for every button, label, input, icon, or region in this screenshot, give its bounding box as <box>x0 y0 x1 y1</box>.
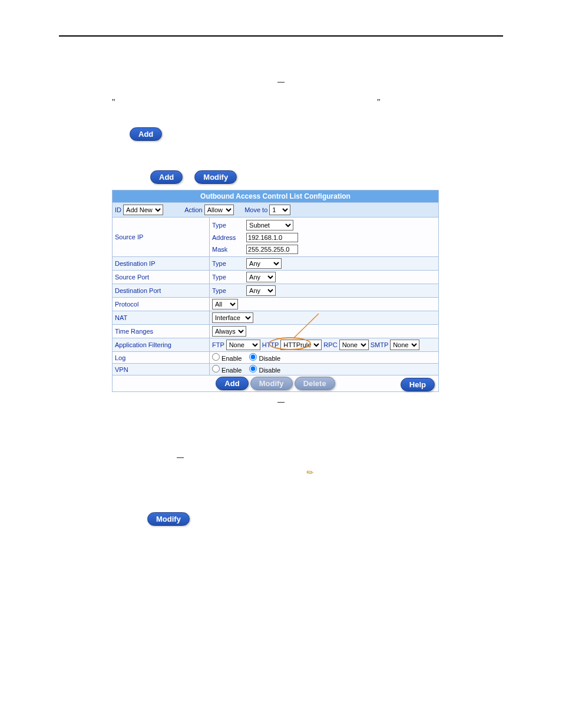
quote-right: " <box>377 98 381 107</box>
id-select[interactable]: Add New <box>123 205 163 215</box>
http-select[interactable]: HTTPrule1 <box>280 340 322 350</box>
protocol-select[interactable]: All <box>212 299 238 309</box>
dip-type-label: Type <box>212 260 244 267</box>
add-button-standalone[interactable]: Add <box>130 127 162 141</box>
action-label: Action <box>184 206 203 213</box>
smtp-label: SMTP <box>371 341 388 348</box>
panel-modify-button[interactable]: Modify <box>250 377 293 390</box>
log-disable-radio[interactable]: Disable <box>249 355 280 362</box>
vpn-disable-radio[interactable]: Disable <box>249 367 280 374</box>
acl-config-table: Outbound Access Control List Configurati… <box>112 190 439 392</box>
moveto-select[interactable]: 1 <box>269 205 290 215</box>
rpc-select[interactable]: None <box>339 340 369 350</box>
vpn-label: VPN <box>113 364 210 375</box>
vpn-enable-radio[interactable]: Enable <box>212 367 242 374</box>
app-filter-label: Application Filtering <box>113 338 210 352</box>
ftp-select[interactable]: None <box>226 340 260 350</box>
http-label: HTTP <box>262 341 279 348</box>
id-label: ID <box>115 206 121 213</box>
pencil-icon: ✎ <box>304 466 315 478</box>
panel-add-button[interactable]: Add <box>216 377 248 390</box>
sp-type-select[interactable]: Any <box>246 272 276 282</box>
quote-left: " <box>112 98 115 107</box>
sip-type-select[interactable]: Subnet <box>246 220 293 230</box>
dp-type-select[interactable]: Any <box>246 285 276 296</box>
sip-type-label: Type <box>212 222 244 229</box>
panel-title: Outbound Access Control List Configurati… <box>113 190 439 203</box>
nat-label: NAT <box>113 311 210 325</box>
modify-button-bottom[interactable]: Modify <box>147 512 190 526</box>
protocol-label: Protocol <box>113 298 210 311</box>
add-button-2[interactable]: Add <box>150 170 183 184</box>
panel-help-button[interactable]: Help <box>401 378 435 391</box>
smtp-select[interactable]: None <box>390 340 419 350</box>
source-ip-label: Source IP <box>113 218 210 257</box>
rpc-label: RPC <box>323 341 337 348</box>
panel-delete-button[interactable]: Delete <box>295 377 335 390</box>
source-port-label: Source Port <box>113 271 210 284</box>
dash-separator-2: — <box>59 398 503 406</box>
sp-type-label: Type <box>212 274 244 281</box>
sip-mask-label: Mask <box>212 246 244 253</box>
dest-ip-label: Destination IP <box>113 257 210 271</box>
sip-address-label: Address <box>212 234 244 241</box>
log-enable-radio[interactable]: Enable <box>212 355 242 362</box>
dash-separator: — <box>59 78 503 86</box>
dp-type-label: Type <box>212 287 244 294</box>
top-rule <box>59 35 503 37</box>
dest-port-label: Destination Port <box>113 284 210 298</box>
sip-address-input[interactable] <box>246 233 298 242</box>
action-select[interactable]: Allow <box>204 205 234 215</box>
time-ranges-select[interactable]: Always <box>212 326 246 337</box>
log-label: Log <box>113 352 210 364</box>
time-ranges-label: Time Ranges <box>113 325 210 338</box>
nat-select[interactable]: Interface <box>212 312 253 323</box>
ftp-label: FTP <box>212 341 224 348</box>
dash-inline: — <box>177 453 503 462</box>
moveto-label: Move to <box>244 206 267 213</box>
sip-mask-input[interactable] <box>246 245 298 254</box>
modify-button-top[interactable]: Modify <box>194 170 237 184</box>
dip-type-select[interactable]: Any <box>246 258 282 269</box>
